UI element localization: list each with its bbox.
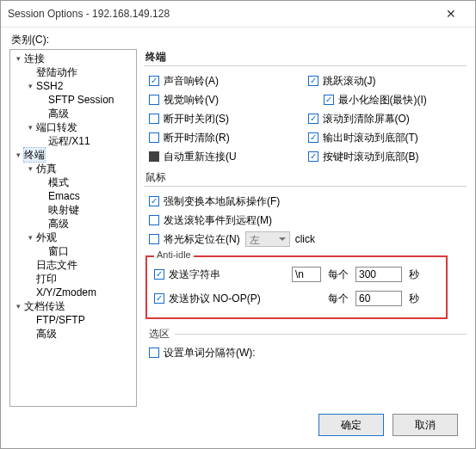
tree-item-remote-x11[interactable]: 远程/X11: [38, 134, 136, 148]
opt-clear-on-disconnect[interactable]: 断开时清除(R): [149, 128, 308, 147]
click-label: click: [295, 233, 315, 245]
dialog-buttons: 确定 取消: [9, 407, 467, 445]
every-label: 每个: [321, 268, 355, 282]
checkbox-icon[interactable]: ✓: [154, 293, 164, 304]
opt-auto-reconnect[interactable]: ■自动重新连接(U: [149, 147, 308, 166]
tree-item-advanced[interactable]: 高级: [38, 107, 136, 120]
window-title: Session Options - 192.168.149.128: [8, 8, 434, 20]
send-string-input[interactable]: [292, 267, 321, 282]
checkbox-icon[interactable]: ✓: [149, 76, 159, 86]
checkbox-icon[interactable]: ✓: [308, 151, 318, 162]
chevron-down-icon[interactable]: ▾: [26, 164, 34, 173]
ok-button[interactable]: 确定: [318, 414, 384, 436]
checkbox-icon[interactable]: [149, 114, 159, 124]
opt-send-wheel[interactable]: 发送滚轮事件到远程(M): [149, 211, 467, 230]
anti-idle-legend: Anti-idle: [154, 249, 194, 260]
tree-item-mode[interactable]: 模式: [38, 175, 136, 189]
checkbox-icon[interactable]: ✓: [149, 196, 159, 206]
tree-item-ftpsftp[interactable]: FTP/SFTP: [26, 313, 136, 327]
tree-item-mapkeys[interactable]: 映射键: [38, 203, 136, 217]
category-label: 类别(C):: [9, 31, 467, 49]
checkbox-icon[interactable]: [149, 234, 159, 244]
anti-idle-group: Anti-idle ✓ 发送字符串 每个 秒 ✓: [145, 255, 448, 319]
tree-item-window[interactable]: 窗口: [38, 244, 136, 258]
close-icon[interactable]: ✕: [434, 7, 468, 21]
dialog-window: Session Options - 192.168.149.128 ✕ 类别(C…: [0, 0, 476, 449]
tree-item-advanced[interactable]: 高级: [26, 327, 136, 341]
tree-item-emacs[interactable]: Emacs: [38, 189, 136, 203]
cursor-button-select[interactable]: 左: [245, 231, 290, 247]
checkbox-icon[interactable]: [149, 95, 159, 105]
checkbox-icon[interactable]: [149, 132, 159, 143]
terminal-header: 终端: [144, 49, 467, 66]
settings-panel: 终端 ✓声音响铃(A) 视觉响铃(V) 断开时关闭(S) 断开时清除(R) ■自…: [137, 49, 467, 407]
checkbox-icon[interactable]: ✓: [324, 95, 334, 105]
chevron-down-icon[interactable]: ▾: [14, 54, 22, 63]
checkbox-icon[interactable]: ✓: [308, 76, 318, 86]
tree-item-portfwd[interactable]: ▾端口转发: [26, 120, 136, 134]
checkbox-icon[interactable]: ✓: [154, 269, 164, 280]
opt-scroll-bottom-key[interactable]: ✓按键时滚动到底部(B): [308, 147, 467, 166]
chevron-down-icon[interactable]: ▾: [26, 82, 34, 90]
opt-min-redraw[interactable]: ✓最小化绘图(最快)(I): [308, 90, 467, 109]
category-tree[interactable]: ▾ 连接 登陆动作 ▾SSH2 SFTP Session 高级: [9, 49, 137, 407]
tree-item-terminal[interactable]: ▾ 终端: [14, 148, 136, 162]
opt-force-local-mouse[interactable]: ✓强制变换本地鼠标操作(F): [149, 192, 467, 211]
opt-jump-scroll[interactable]: ✓跳跃滚动(J): [308, 71, 467, 90]
chevron-down-icon[interactable]: ▾: [26, 233, 34, 242]
tree-item-advanced[interactable]: 高级: [38, 217, 136, 231]
tree-item-filetransfer[interactable]: ▾文档传送: [14, 299, 136, 313]
every-label: 每个: [321, 292, 355, 306]
tree-item-appearance[interactable]: ▾外观: [26, 231, 136, 244]
opt-close-on-disconnect[interactable]: 断开时关闭(S): [149, 109, 308, 128]
checkbox-icon[interactable]: [149, 215, 159, 225]
interval-input-2[interactable]: [355, 291, 402, 306]
chevron-down-icon[interactable]: ▾: [14, 302, 22, 311]
tree-item-connection[interactable]: ▾ 连接: [14, 52, 136, 65]
tree-item-xyzmodem[interactable]: X/Y/Zmodem: [26, 286, 136, 299]
checkbox-icon[interactable]: ✓: [308, 114, 318, 124]
divider: [175, 334, 467, 335]
tree-item-print[interactable]: 打印: [26, 272, 136, 286]
tree-item-ssh2[interactable]: ▾SSH2: [26, 79, 136, 93]
opt-scroll-bottom-output[interactable]: ✓输出时滚动到底部(T): [308, 128, 467, 147]
opt-scroll-clear[interactable]: ✓滚动到清除屏幕(O): [308, 109, 467, 128]
chevron-down-icon[interactable]: ▾: [26, 123, 34, 132]
send-noop-label: 发送协议 NO-OP(P): [169, 292, 261, 306]
opt-audio-bell[interactable]: ✓声音响铃(A): [149, 71, 308, 90]
checkbox-icon[interactable]: [149, 348, 159, 358]
seconds-label: 秒: [409, 292, 426, 306]
title-bar: Session Options - 192.168.149.128 ✕: [1, 1, 475, 28]
cancel-button[interactable]: 取消: [393, 414, 458, 436]
checkbox-icon[interactable]: ✓: [308, 132, 318, 143]
tree-item-logfile[interactable]: 日志文件: [26, 258, 136, 272]
selection-header: 选区: [149, 327, 170, 341]
tree-item-emulation[interactable]: ▾仿真: [26, 162, 136, 175]
opt-position-cursor[interactable]: 将光标定位在(N) 左 click: [149, 230, 467, 249]
tree-item-sftp[interactable]: SFTP Session: [38, 93, 136, 107]
opt-word-delimiters[interactable]: 设置单词分隔符(W):: [149, 343, 467, 362]
seconds-label: 秒: [409, 268, 426, 282]
tree-item-login[interactable]: 登陆动作: [26, 65, 136, 79]
mouse-header: 鼠标: [144, 169, 467, 187]
interval-input-1[interactable]: [355, 267, 402, 282]
checkbox-icon[interactable]: ■: [149, 151, 159, 162]
send-string-label: 发送字符串: [169, 268, 220, 282]
chevron-down-icon[interactable]: ▾: [14, 151, 22, 159]
opt-visual-bell[interactable]: 视觉响铃(V): [149, 90, 308, 109]
